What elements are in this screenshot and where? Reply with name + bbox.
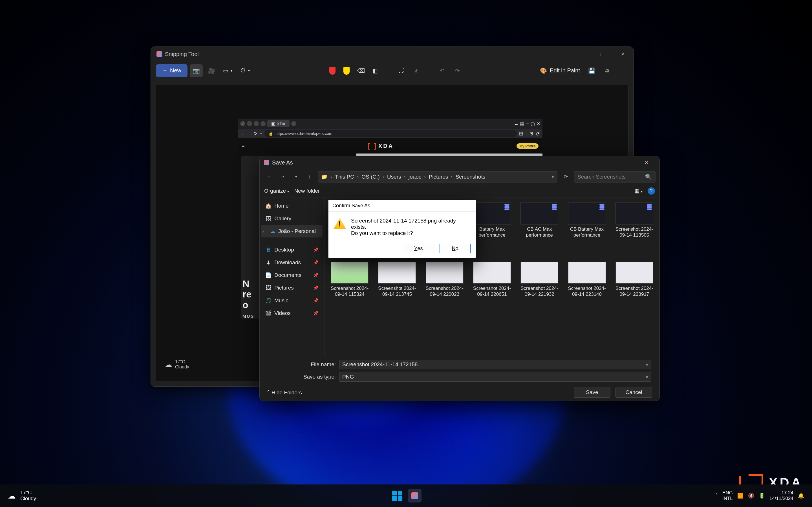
nav-history-dropdown[interactable]: ▾ [291, 172, 301, 182]
snipping-tool-icon [264, 160, 269, 165]
weather-widget[interactable]: 17°C Cloudy [20, 490, 36, 501]
nav-forward-button[interactable]: → [277, 172, 288, 182]
save-button[interactable]: Save [574, 387, 610, 398]
file-item[interactable]: CB AC Max performance [517, 202, 562, 258]
saveas-titlebar[interactable]: Save As ✕ [260, 156, 659, 169]
url-text: https://www.xda-developers.com [275, 131, 333, 136]
view-mode-dropdown[interactable]: ▦ ▾ [635, 187, 643, 194]
chevron-down-icon: ▾ [248, 69, 250, 73]
breadcrumb-dropdown-icon[interactable]: ▾ [552, 173, 554, 180]
file-item[interactable]: Screenshot 2024-09-14 220023 [422, 261, 467, 317]
file-item[interactable]: Screenshot 2024-09-14 113505 [612, 202, 657, 258]
camera-icon: 📷 [193, 67, 200, 74]
new-folder-button[interactable]: New folder [294, 188, 320, 194]
confirm-titlebar[interactable]: Confirm Save As [328, 200, 476, 212]
weather-icon[interactable]: ☁ [8, 491, 16, 501]
breadcrumb[interactable]: 📁 › This PC› OS (C:)› Users› joaoc› Pict… [318, 171, 557, 182]
language-indicator[interactable]: ENG INTL [722, 490, 733, 501]
pen-red-tool[interactable] [326, 64, 339, 77]
snip-mode-camera[interactable]: 📷 [190, 64, 203, 77]
wifi-icon[interactable]: 📶 [737, 493, 744, 499]
file-item[interactable]: Screenshot 2024-09-14 213745 [375, 261, 419, 317]
crop-tool[interactable]: ⛶ [395, 64, 408, 77]
cloud-icon: ☁ [164, 360, 172, 369]
saveas-close-button[interactable]: ✕ [638, 157, 655, 168]
hide-folders-toggle[interactable]: ˄Hide Folders [267, 389, 302, 396]
taskbar-snipping-tool[interactable] [408, 489, 421, 503]
redo-button[interactable]: ↷ [451, 64, 464, 77]
taskbar[interactable]: ☁ 17°C Cloudy ˄ ENG INTL 📶 🔇 🔋 17:24 14/… [0, 485, 812, 507]
volume-muted-icon[interactable]: 🔇 [748, 493, 754, 499]
battery-icon[interactable]: 🔋 [759, 493, 765, 499]
save-as-button[interactable]: 💾 [585, 64, 598, 77]
file-item[interactable]: Screenshot 2024-09-14 223140 [564, 261, 609, 317]
crumb[interactable]: joaoc [409, 174, 421, 180]
crumb[interactable]: This PC [335, 174, 354, 180]
file-item[interactable]: CB Battery Max performance [564, 202, 609, 258]
file-name-label: File name: [288, 361, 336, 368]
undo-button[interactable]: ↶ [436, 64, 449, 77]
file-item[interactable]: Screenshot 2024-09-14 220651 [470, 261, 514, 317]
confirm-message: Screenshot 2024-11-14 172158.png already… [351, 218, 470, 236]
sidebar-gallery[interactable]: 🖼Gallery [261, 212, 322, 225]
home-icon: 🏠 [265, 203, 271, 209]
crumb[interactable]: OS (C:) [361, 174, 379, 180]
crumb[interactable]: Screenshots [456, 174, 486, 180]
snip-shape-dropdown[interactable]: ▭ ▾ [220, 64, 235, 77]
minimize-button[interactable]: ─ [573, 48, 591, 60]
maximize-button[interactable]: ▢ [594, 48, 611, 60]
sidebar-documents[interactable]: 📄Documents📌 [261, 269, 322, 281]
tray-chevron-up-icon[interactable]: ˄ [715, 493, 718, 499]
text-actions-tool[interactable]: ⎚ [410, 64, 423, 77]
shield-icon: ⛨ [529, 131, 534, 136]
save-type-label: Save as type: [288, 374, 336, 380]
edit-in-paint-button[interactable]: 🎨 Edit in Paint [537, 64, 583, 77]
organize-menu[interactable]: Organize ▾ [264, 188, 289, 194]
pin-icon: 📌 [313, 285, 319, 290]
sidebar-music[interactable]: 🎵Music📌 [261, 294, 322, 307]
crumb[interactable]: Users [387, 174, 401, 180]
sidebar-pictures[interactable]: 🖼Pictures📌 [261, 282, 322, 294]
chevron-down-icon[interactable]: ▾ [646, 361, 649, 368]
crumb[interactable]: Pictures [429, 174, 448, 180]
start-button[interactable] [391, 489, 404, 503]
sidebar-home[interactable]: 🏠Home [261, 200, 322, 212]
tab-group-dot [260, 121, 266, 126]
gallery-icon: 🖼 [265, 216, 271, 222]
sidebar-onedrive-personal[interactable]: ›☁João - Personal [261, 225, 322, 237]
new-snip-button[interactable]: ＋ New [156, 64, 188, 77]
confirm-no-button[interactable]: No [440, 244, 470, 253]
sidebar-videos[interactable]: 🎬Videos📌 [261, 307, 322, 320]
help-button[interactable]: ? [648, 187, 655, 194]
notifications-icon[interactable]: 🔔 [798, 493, 804, 499]
save-type-dropdown[interactable]: PNG▾ [339, 372, 651, 382]
file-item[interactable]: Screenshot 2024-09-14 223917 [612, 261, 657, 317]
file-item[interactable]: Battery Max performance [470, 202, 514, 258]
sidebar-downloads[interactable]: ⬇Downloads📌 [261, 256, 322, 269]
cancel-button[interactable]: Cancel [615, 387, 652, 398]
file-item[interactable]: Screenshot 2024-09-14 115324 [327, 261, 372, 317]
pin-icon: 📌 [313, 273, 319, 278]
highlighter-tool[interactable] [340, 64, 353, 77]
clock[interactable]: 17:24 14/11/2024 [769, 490, 794, 501]
eraser-tool[interactable]: ⌫ [354, 64, 368, 77]
snip-mode-video[interactable]: 🎥 [205, 64, 218, 77]
copy-button[interactable]: ⧉ [600, 64, 613, 77]
more-button[interactable]: ⋯ [615, 64, 628, 77]
close-button[interactable]: ✕ [614, 48, 631, 60]
confirm-yes-button[interactable]: Yes [403, 244, 434, 253]
nav-back-button[interactable]: ← [264, 172, 274, 182]
chevron-down-icon[interactable]: ▾ [646, 374, 649, 380]
file-item[interactable]: Screenshot 2024-09-14 221932 [517, 261, 562, 317]
saveas-search[interactable]: Search Screenshots 🔍 [574, 171, 656, 182]
snip-delay-dropdown[interactable]: ⏱ ▾ [238, 64, 253, 77]
file-name-input[interactable]: Screenshot 2024-11-14 172158▾ [339, 360, 651, 369]
nav-up-button[interactable]: ↑ [304, 172, 315, 182]
snipping-titlebar[interactable]: Snipping Tool ─ ▢ ✕ [151, 47, 633, 61]
sidebar-desktop[interactable]: 🖥Desktop📌 [261, 244, 322, 256]
new-label: New [170, 67, 181, 74]
nav-refresh-button[interactable]: ⟳ [560, 172, 571, 182]
shapes-tool[interactable]: ◧ [369, 64, 382, 77]
browser-tab: ▣ XDA [267, 120, 290, 127]
saveas-fields: File name: Screenshot 2024-11-14 172158▾… [260, 357, 659, 384]
